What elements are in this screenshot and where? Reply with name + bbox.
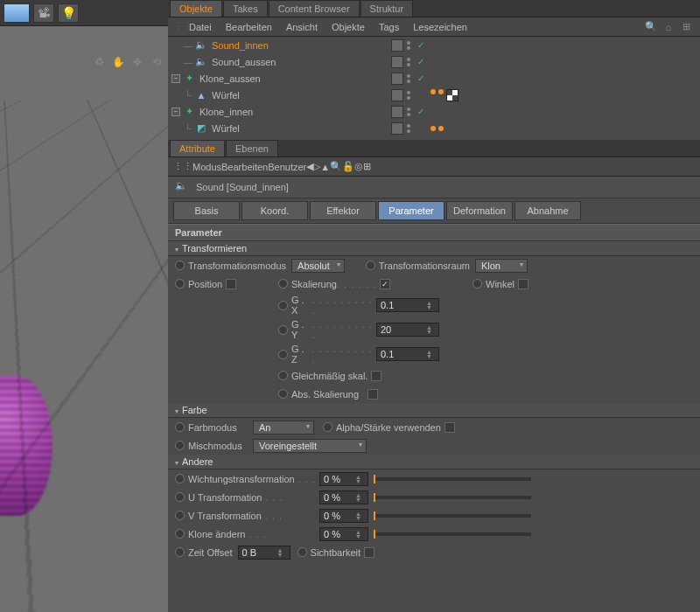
menu-bearbeiten[interactable]: Bearbeiten <box>219 22 279 32</box>
radio-icon[interactable] <box>175 511 185 520</box>
object-tree[interactable]: —🔈Sound_innen✓—🔈Sound_aussen✓−✦Klone_aus… <box>168 37 700 140</box>
radio-icon[interactable] <box>278 389 288 399</box>
menu-ansicht[interactable]: Ansicht <box>279 22 325 32</box>
lock-icon[interactable]: 🔓 <box>342 161 354 172</box>
checkbox-position[interactable] <box>226 279 236 289</box>
hand-icon[interactable]: ✋ <box>110 56 126 70</box>
spinner-icon[interactable]: ▲▼ <box>355 475 364 483</box>
dropdown-blend-mode[interactable]: Voreingestellt <box>253 439 367 453</box>
menu-benutzer[interactable]: Benutzer <box>268 162 306 172</box>
recycle-icon[interactable]: ♻ <box>91 56 107 70</box>
visibility-dots-icon[interactable] <box>407 58 414 66</box>
spinner-icon[interactable]: ▲▼ <box>426 301 435 309</box>
tab-ebenen[interactable]: Ebenen <box>226 140 278 156</box>
checkbox-visibility[interactable] <box>364 547 374 558</box>
input-gz[interactable]: 0.1▲▼ <box>376 347 439 361</box>
effector-tag-icon[interactable] <box>430 126 436 131</box>
texture-tag-icon[interactable] <box>446 89 458 101</box>
radio-icon[interactable] <box>175 279 185 289</box>
section-transform[interactable]: Transformieren <box>168 241 700 256</box>
tab-koord[interactable]: Koord. <box>242 201 308 220</box>
slider-handle[interactable] <box>374 511 375 520</box>
checkbox-angle[interactable] <box>518 279 528 289</box>
radio-icon[interactable] <box>175 547 185 557</box>
visibility-dots-icon[interactable] <box>407 108 414 116</box>
dropdown-transform-mode[interactable]: Absolut <box>291 259 345 273</box>
spinner-icon[interactable]: ▲▼ <box>426 325 435 334</box>
tree-row[interactable]: —🔈Sound_aussen✓ <box>168 53 700 70</box>
enable-check-icon[interactable]: ✓ <box>417 57 424 66</box>
tab-objekte[interactable]: Objekte <box>170 0 222 17</box>
radio-icon[interactable] <box>298 547 307 557</box>
slider[interactable] <box>374 514 531 518</box>
tree-row[interactable]: −✦Klone_innen✓ <box>168 103 700 120</box>
camera-icon[interactable]: 📽 <box>33 3 54 23</box>
viewport[interactable]: ♻ ✋ ✥ ⟲ ⛶ <box>0 26 168 612</box>
slider-handle[interactable] <box>374 530 375 539</box>
home-icon[interactable]: ⌂ <box>662 22 676 32</box>
fwd-icon[interactable]: ▷ <box>313 161 320 172</box>
dropdown-color-mode[interactable]: An <box>253 421 314 435</box>
radio-icon[interactable] <box>278 325 288 335</box>
input-wichtungstransformation[interactable]: 0 %▲▼ <box>319 472 368 486</box>
section-color[interactable]: Farbe <box>168 403 700 418</box>
radio-icon[interactable] <box>278 371 288 380</box>
expand-icon[interactable]: ⊞ <box>679 21 693 32</box>
slider-handle[interactable] <box>374 475 375 483</box>
move-icon[interactable]: ✥ <box>130 56 145 70</box>
enable-check-icon[interactable]: ✓ <box>417 73 424 83</box>
radio-icon[interactable] <box>472 279 482 289</box>
up-icon[interactable]: ▲ <box>320 162 330 172</box>
radio-icon[interactable] <box>366 261 375 270</box>
tab-parameter[interactable]: Parameter <box>378 201 444 220</box>
tree-row[interactable]: └◩Würfel <box>168 120 700 136</box>
visibility-dots-icon[interactable] <box>407 91 414 100</box>
visibility-dots-icon[interactable] <box>407 41 414 50</box>
spinner-icon[interactable]: ▲▼ <box>426 350 435 358</box>
checkbox-alpha[interactable] <box>444 422 455 433</box>
light-icon[interactable]: 💡 <box>58 3 79 23</box>
tree-row[interactable]: └▲Würfel <box>168 87 700 103</box>
enable-check-icon[interactable]: ✓ <box>417 107 424 116</box>
tab-deformation[interactable]: Deformation <box>446 201 513 220</box>
rotate-icon[interactable]: ⟲ <box>149 56 164 70</box>
layer-tag-icon[interactable] <box>391 89 403 101</box>
enable-check-icon[interactable]: ✓ <box>417 40 424 50</box>
input-u-transformation[interactable]: 0 %▲▼ <box>319 490 368 504</box>
radio-icon[interactable] <box>175 261 185 270</box>
radio-icon[interactable] <box>323 422 332 432</box>
section-other[interactable]: Andere <box>168 455 700 469</box>
visibility-dots-icon[interactable] <box>407 74 414 83</box>
effector-tag-icon[interactable] <box>430 89 436 94</box>
effector-tag-icon[interactable] <box>438 89 444 94</box>
tree-row[interactable]: —🔈Sound_innen✓ <box>168 37 700 53</box>
spinner-icon[interactable]: ▲▼ <box>355 530 364 539</box>
tab-takes[interactable]: Takes <box>223 0 268 17</box>
tree-row[interactable]: −✦Klone_aussen✓ <box>168 70 700 87</box>
radio-icon[interactable] <box>175 492 185 502</box>
input-time-offset[interactable]: 0 B▲▼ <box>238 546 290 560</box>
layer-tag-icon[interactable] <box>391 56 403 68</box>
input-gy[interactable]: 20▲▼ <box>376 323 439 337</box>
tab-basis[interactable]: Basis <box>173 201 240 220</box>
search-icon[interactable]: 🔍 <box>330 161 342 172</box>
tab-abnahme[interactable]: Abnahme <box>514 201 581 220</box>
target-icon[interactable]: ◎ <box>354 161 363 172</box>
slider[interactable] <box>374 477 531 481</box>
menu-objekte[interactable]: Objekte <box>325 22 372 32</box>
input-klone-ändern[interactable]: 0 %▲▼ <box>319 527 368 541</box>
slider[interactable] <box>374 496 531 499</box>
slider-handle[interactable] <box>374 493 375 502</box>
tree-expand-icon[interactable]: − <box>172 74 180 83</box>
menu-datei[interactable]: Datei <box>182 22 219 32</box>
tab-attribute[interactable]: Attribute <box>170 140 225 156</box>
render-view-icon[interactable] <box>4 3 30 23</box>
slider[interactable] <box>374 532 531 536</box>
effector-tag-icon[interactable] <box>438 126 444 131</box>
checkbox-scale[interactable] <box>380 279 390 289</box>
checkbox-abs-scale[interactable] <box>368 389 378 400</box>
radio-icon[interactable] <box>175 422 185 432</box>
tab-struktur[interactable]: Struktur <box>360 0 414 17</box>
spinner-icon[interactable]: ▲▼ <box>277 548 286 557</box>
visibility-dots-icon[interactable] <box>407 124 414 133</box>
